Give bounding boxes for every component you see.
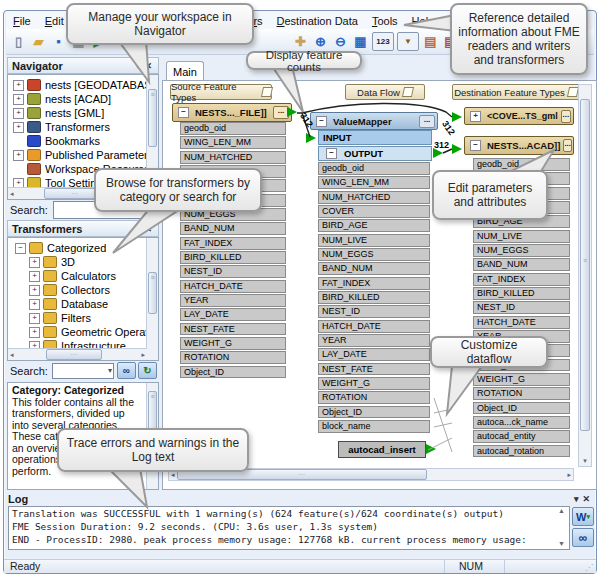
acad-input-port-icon[interactable]	[452, 144, 462, 154]
transformers-close-button[interactable]: ✕	[142, 224, 154, 234]
attribute-row[interactable]: HATCH_DATE	[473, 316, 570, 329]
attribute-row[interactable]: HATCH_DATE	[180, 280, 286, 293]
expand-icon[interactable]: +	[29, 299, 40, 310]
expand-icon[interactable]: +	[29, 285, 40, 296]
tree-item[interactable]: +Filters	[12, 311, 156, 325]
feature-count-icon[interactable]: 123	[372, 32, 394, 51]
attribute-row[interactable]: FAT_INDEX	[318, 277, 430, 290]
navigator-close-button[interactable]: ✕	[142, 61, 154, 71]
attribute-row[interactable]: NEST_ID	[318, 305, 430, 318]
expand-icon[interactable]: +	[29, 257, 40, 268]
attribute-row[interactable]: BIRD_KILLED	[180, 251, 286, 264]
attribute-row[interactable]: LAY_DATE	[318, 348, 430, 361]
menu-tools[interactable]: Tools	[365, 14, 405, 28]
valuemapper-input-port-icon[interactable]	[306, 133, 316, 143]
save-icon[interactable]: ▪	[50, 33, 67, 50]
attribute-row[interactable]: autocad_rotation	[473, 445, 570, 458]
attribute-row[interactable]: FAT_INDEX	[473, 273, 570, 286]
scroll-down-icon[interactable]: ▼	[556, 540, 567, 547]
log-menu-button[interactable]: ▾	[572, 494, 581, 504]
attribute-row[interactable]: NUM_LIVE	[318, 234, 430, 247]
destination-gml-node[interactable]: + <COVE...TS_gml ...	[464, 107, 574, 125]
source-output-port-icon[interactable]	[287, 107, 297, 117]
log-vscrollbar[interactable]: ▲ ▼	[556, 507, 567, 547]
expand-icon[interactable]: +	[29, 313, 40, 324]
tree-item[interactable]: +3D	[12, 255, 156, 269]
new-file-icon[interactable]: ▯	[10, 33, 27, 50]
scroll-down-icon[interactable]: ▾	[579, 457, 591, 465]
valuemapper-properties-button[interactable]: ...	[419, 115, 435, 128]
attribute-row[interactable]: BIRD_KILLED	[473, 287, 570, 300]
tree-item[interactable]: +nests [ACAD]	[10, 92, 156, 106]
attribute-row[interactable]: ROTATION	[473, 387, 570, 400]
log-close-button[interactable]: ✕	[580, 494, 592, 504]
expand-icon[interactable]: +	[13, 80, 24, 91]
menu-destination-data[interactable]: Destination Data	[270, 14, 365, 28]
attribute-row[interactable]: BAND_NUM	[473, 258, 570, 271]
attribute-row[interactable]: LAY_DATE	[180, 308, 286, 321]
collapse-icon[interactable]: −	[15, 243, 26, 254]
scroll-up-icon[interactable]: ▲	[556, 507, 567, 514]
source-feature-types-header[interactable]: Source Feature Types	[170, 84, 272, 100]
autocad-insert-node[interactable]: autocad_insert	[338, 441, 426, 458]
tree-item[interactable]: Bookmarks	[10, 134, 156, 148]
expand-icon[interactable]: +	[470, 111, 481, 122]
attribute-row[interactable]: NEST_FATE	[180, 323, 286, 336]
tab-main[interactable]: Main	[166, 61, 204, 82]
resize-grip[interactable]: ⋰	[585, 563, 593, 572]
menu-file[interactable]: File	[6, 14, 38, 28]
attribute-row[interactable]: NUM_HATCHED	[318, 191, 430, 204]
open-folder-icon[interactable]: ▰	[30, 33, 47, 50]
attribute-row[interactable]: Object_ID	[318, 406, 430, 419]
attribute-row[interactable]: NUM_LIVE	[473, 230, 570, 243]
attribute-row[interactable]: Object_ID	[180, 366, 286, 379]
attribute-row[interactable]: geodb_oid	[180, 122, 286, 135]
attribute-row[interactable]: COVER	[318, 205, 430, 218]
attribute-row[interactable]: WEIGHT_G	[180, 337, 286, 350]
attribute-row[interactable]: Object_ID	[473, 402, 570, 415]
expand-icon[interactable]: +	[13, 108, 24, 119]
attribute-row[interactable]: NEST_ID	[473, 301, 570, 314]
transformers-vscrollbar[interactable]: ≡	[146, 238, 158, 360]
log-wrap-button[interactable]: W▾	[572, 507, 594, 526]
attribute-row[interactable]: HATCH_DATE	[318, 320, 430, 333]
canvas-vscrollbar[interactable]: ≡ ▾	[578, 84, 592, 467]
attribute-row[interactable]: NUM_EGGS	[318, 248, 430, 261]
acad-properties-button[interactable]: ...	[563, 139, 572, 152]
transformers-menu-button[interactable]: ▾	[134, 224, 143, 234]
reader-gallery-icon[interactable]: ▤	[422, 33, 439, 50]
zoom-extent-icon[interactable]: ▦	[352, 33, 369, 50]
attribute-row[interactable]: NUM_HATCHED	[180, 151, 286, 164]
gml-input-port-icon[interactable]	[452, 112, 462, 122]
destination-acad-node[interactable]: − NESTS...ACAD]] ...	[464, 136, 574, 155]
attribute-row[interactable]: WING_LEN_MM	[318, 176, 430, 189]
gml-properties-button[interactable]: ...	[561, 110, 571, 123]
attribute-row[interactable]: WEIGHT_G	[473, 373, 570, 386]
tree-item[interactable]: +Published Parameters	[10, 148, 156, 162]
attribute-row[interactable]: geodb_oid	[473, 158, 570, 171]
tree-item[interactable]: −Categorized	[12, 241, 156, 255]
attribute-row[interactable]: geodb_oid	[318, 162, 430, 175]
valuemapper-node-header[interactable]: − ValueMapper ...	[310, 112, 438, 130]
log-search-button[interactable]: ∞	[572, 528, 594, 547]
attribute-row[interactable]: autocad_entity	[473, 430, 570, 443]
tree-item[interactable]: +Transformers	[10, 120, 156, 134]
tree-item[interactable]: +nests [GML]	[10, 106, 156, 120]
expand-icon[interactable]: +	[13, 94, 24, 105]
transformers-search-combo[interactable]: ▾	[52, 363, 114, 379]
attribute-row[interactable]: YEAR	[318, 334, 430, 347]
attribute-row[interactable]: BIRD_KILLED	[318, 291, 430, 304]
attribute-row[interactable]: BIRD_AGE	[318, 219, 430, 232]
valuemapper-input-row[interactable]: INPUT	[318, 130, 432, 145]
pan-icon[interactable]: ✚	[292, 33, 309, 50]
zoom-in-icon[interactable]: ⊕	[312, 33, 329, 50]
attribute-row[interactable]: NEST_FATE	[318, 363, 430, 376]
transformers-hscrollbar[interactable]: ◂⋯▸	[8, 348, 147, 360]
menu-help[interactable]: Help	[405, 14, 442, 28]
navigator-menu-button[interactable]: ▾	[134, 61, 143, 71]
tree-item[interactable]: +Database	[12, 297, 156, 311]
attribute-row[interactable]: FAT_INDEX	[180, 237, 286, 250]
tree-item[interactable]: +Calculators	[12, 269, 156, 283]
find-binoculars-button[interactable]: ∞	[117, 362, 136, 379]
attribute-row[interactable]: NEST_ID	[180, 265, 286, 278]
